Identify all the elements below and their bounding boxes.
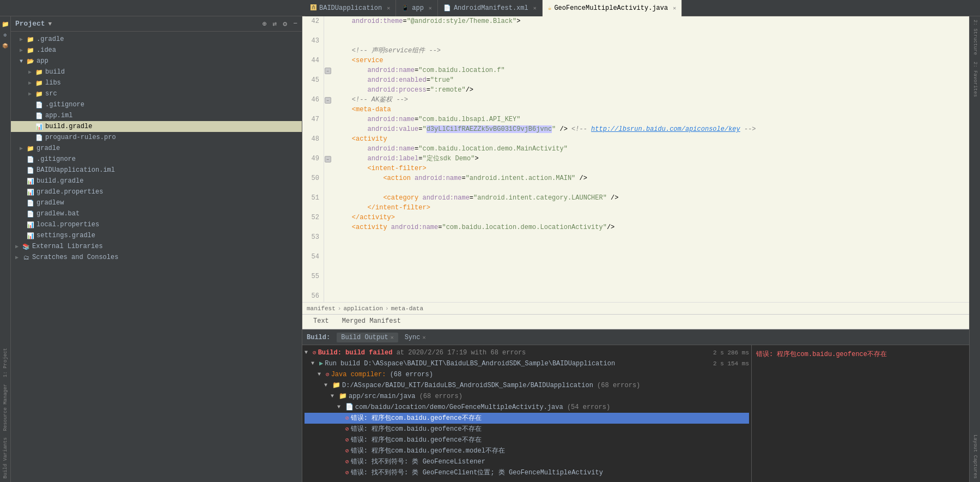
build-error-4[interactable]: ⊘ 错误: 程序包com.baidu.geofence.model不存在 bbox=[305, 445, 749, 456]
far-left-project-icon[interactable]: 📁 bbox=[1, 19, 10, 29]
file-icon-baiduapp-iml: 📄 bbox=[26, 166, 35, 174]
error-icon-4: ⊘ bbox=[345, 446, 349, 456]
tab-merged-manifest[interactable]: Merged Manifest bbox=[336, 315, 407, 328]
breadcrumb-manifest[interactable]: manifest bbox=[307, 305, 336, 312]
code-text[interactable]: android:theme="@android:style/Theme.Blac… bbox=[332, 16, 969, 302]
path-geofence-item[interactable]: ▼ 📄 com/baidu/location/demo/GeoFenceMult… bbox=[305, 402, 749, 413]
far-left-resource-icon[interactable]: 📦 bbox=[1, 41, 10, 51]
tree-item-app-iml[interactable]: 📄 app.iml bbox=[11, 110, 302, 121]
file-icon-build-gradle: 📊 bbox=[35, 122, 44, 131]
tab-close-baiduapp[interactable]: ✕ bbox=[387, 5, 390, 11]
tree-item-gradle-root[interactable]: ▶ 📁 .gradle bbox=[11, 34, 302, 45]
tree-arrow-libs: ▶ bbox=[28, 80, 35, 86]
tree-arrow-gradle: ▶ bbox=[20, 36, 26, 43]
tree-item-idea[interactable]: ▶ 📁 .idea bbox=[11, 45, 302, 56]
tree-item-local-properties[interactable]: 📊 local.properties bbox=[11, 219, 302, 230]
tree-item-gradle-properties[interactable]: 📊 gradle.properties bbox=[11, 186, 302, 197]
path-baidu-item[interactable]: ▼ 📁 D:/ASspace/BAIDU_KIT/BaiduLBS_Androi… bbox=[305, 380, 749, 391]
project-title: Project bbox=[15, 20, 45, 28]
path-app-src-item[interactable]: ▼ 📁 app/src/main/java (68 errors) bbox=[305, 391, 749, 402]
file-icon-geofence: 📄 bbox=[345, 402, 354, 412]
tree-label-baiduapp-iml: BAIDUapplication.iml bbox=[36, 166, 115, 174]
tree-item-build-gradle-app[interactable]: 📊 build.gradle bbox=[11, 121, 302, 132]
tab-label-geofence: GeoFenceMultipleActivity.java bbox=[554, 4, 668, 12]
tab-close-geofence[interactable]: ✕ bbox=[673, 5, 676, 11]
tree-item-build[interactable]: ▶ 📁 build bbox=[11, 67, 302, 77]
build-output-close[interactable]: ✕ bbox=[391, 334, 394, 341]
tab-build-output[interactable]: Build Output ✕ bbox=[337, 333, 398, 342]
build-error-3[interactable]: ⊘ 错误: 程序包com.baidu.geofence不存在 bbox=[305, 435, 749, 445]
tab-close-manifest[interactable]: ✕ bbox=[533, 5, 537, 11]
file-icon-local-properties: 📊 bbox=[26, 220, 35, 229]
vert-label-resource[interactable]: Resource Manager bbox=[2, 381, 9, 434]
vert-label-right-structure[interactable]: 2: Structure bbox=[971, 16, 979, 58]
tree-item-baiduapp-iml[interactable]: 📄 BAIDUapplication.iml bbox=[11, 165, 302, 176]
file-icon-proguard: 📄 bbox=[35, 133, 44, 142]
build-error-1[interactable]: ⊘ 错误: 程序包com.baidu.geofence不存在 bbox=[305, 413, 749, 424]
run-build-item[interactable]: ▼ ▶ Run build D:\ASspace\BAIDU_KIT\Baidu… bbox=[305, 358, 749, 369]
project-dropdown-icon[interactable]: ▼ bbox=[48, 21, 52, 27]
file-icon-app-iml: 📄 bbox=[35, 111, 44, 120]
line-numbers: 42 43 44 45 46 47 48 49 50 51 52 53 54 5… bbox=[302, 16, 324, 302]
tab-sync[interactable]: Sync ✕ bbox=[400, 333, 430, 342]
expand-arrow-path-app: ▼ bbox=[331, 391, 336, 401]
code-content[interactable]: 42 43 44 45 46 47 48 49 50 51 52 53 54 5… bbox=[302, 16, 969, 302]
tree-item-external-libs[interactable]: ▶ 📚 External Libraries bbox=[11, 241, 302, 252]
build-tree[interactable]: ▼ ⊘ Build: build failed at 2020/2/26 17:… bbox=[302, 345, 751, 482]
collapse-btn-45[interactable]: − bbox=[325, 68, 331, 74]
tree-item-libs[interactable]: ▶ 📁 libs bbox=[11, 77, 302, 88]
tab-label-app: app bbox=[412, 4, 424, 12]
tab-androidmanifest[interactable]: 📄 AndroidManifest.xml ✕ bbox=[438, 0, 543, 16]
tab-text[interactable]: Text bbox=[307, 315, 336, 328]
tree-label-local-properties: local.properties bbox=[36, 221, 99, 228]
vert-label-build[interactable]: Build Variants bbox=[2, 434, 9, 482]
vert-label-project[interactable]: 1: Project bbox=[2, 345, 9, 381]
error-icon-1: ⊘ bbox=[345, 413, 349, 423]
project-gear-icon[interactable]: ⊕ bbox=[263, 20, 267, 28]
tree-item-proguard[interactable]: 📄 proguard-rules.pro bbox=[11, 132, 302, 143]
build-error-5[interactable]: ⊘ 错误: 找不到符号: 类 GeoFenceListener bbox=[305, 456, 749, 467]
vert-label-right-layout[interactable]: Layout Captures bbox=[971, 431, 979, 482]
tree-item-src[interactable]: ▶ 📁 src bbox=[11, 88, 302, 99]
build-error-6[interactable]: ⊘ 错误: 找不到符号: 类 GeoFenceClient位置; 类 GeoFe… bbox=[305, 467, 749, 478]
tree-arrow-src: ▶ bbox=[28, 91, 35, 97]
folder-icon-gradle: 📁 bbox=[26, 35, 35, 44]
tree-item-gradle-dir[interactable]: ▶ 📁 gradle bbox=[11, 143, 302, 154]
java-compiler-item[interactable]: ▼ ⊘ Java compiler: (68 errors) bbox=[305, 369, 749, 380]
build-failed-item[interactable]: ▼ ⊘ Build: build failed at 2020/2/26 17:… bbox=[305, 347, 749, 358]
tree-item-app[interactable]: ▼ 📂 app bbox=[11, 56, 302, 67]
editor-area: 42 43 44 45 46 47 48 49 50 51 52 53 54 5… bbox=[302, 16, 969, 329]
tree-item-gitignore-app[interactable]: 📄 .gitignore bbox=[11, 99, 302, 110]
breadcrumb-metadata[interactable]: meta-data bbox=[391, 305, 423, 312]
error-icon-build-failed: ⊘ bbox=[313, 348, 316, 358]
breadcrumb-application[interactable]: application bbox=[343, 305, 383, 312]
tab-icon-geofence: ☕ bbox=[548, 4, 552, 11]
project-layout-icon[interactable]: ⇄ bbox=[273, 20, 277, 28]
tree-item-build-gradle-root[interactable]: 📊 build.gradle bbox=[11, 176, 302, 186]
tab-close-app[interactable]: ✕ bbox=[429, 5, 432, 11]
build-error-2[interactable]: ⊘ 错误: 程序包com.baidu.geofence不存在 bbox=[305, 424, 749, 435]
tree-label-scratches: Scratches and Consoles bbox=[32, 254, 118, 261]
tree-item-scratches[interactable]: ▶ 🗂 Scratches and Consoles bbox=[11, 252, 302, 263]
error-label-6: 错误: 找不到符号: 类 GeoFenceClient位置; 类 GeoFenc… bbox=[351, 468, 603, 478]
folder-icon-scratches: 🗂 bbox=[22, 253, 31, 262]
collapse-btn-50[interactable]: − bbox=[325, 97, 331, 104]
tab-geofence[interactable]: ☕ GeoFenceMultipleActivity.java ✕ bbox=[543, 0, 683, 16]
tree-item-gitignore-root[interactable]: 📄 .gitignore bbox=[11, 154, 302, 165]
vert-label-right-favorites[interactable]: 2: Favorites bbox=[971, 58, 979, 100]
tree-item-gradlew[interactable]: 📄 gradlew bbox=[11, 197, 302, 208]
java-compiler-label: Java compiler: (68 errors) bbox=[331, 370, 433, 379]
tab-baiduapplication[interactable]: 🅰 BAIDUapplication ✕ bbox=[305, 0, 396, 16]
tab-app[interactable]: 📱 app ✕ bbox=[396, 0, 438, 16]
tree-item-settings-gradle[interactable]: 📊 settings.gradle bbox=[11, 230, 302, 241]
project-header: Project ▼ ⊕ ⇄ ⚙ − bbox=[11, 16, 302, 32]
build-error-panel: 错误: 程序包com.baidu.geofence不存在 bbox=[751, 345, 969, 482]
tree-item-gradlew-bat[interactable]: 📄 gradlew.bat bbox=[11, 208, 302, 219]
far-left-git-icon[interactable]: ⚙ bbox=[1, 30, 10, 40]
path-app-src-label: app/src/main/java (68 errors) bbox=[349, 391, 462, 401]
project-settings-icon[interactable]: ⚙ bbox=[283, 20, 287, 28]
project-minimize-icon[interactable]: − bbox=[293, 20, 297, 28]
build-panel: Build: Build Output ✕ Sync ✕ bbox=[302, 329, 969, 482]
sync-close[interactable]: ✕ bbox=[422, 334, 425, 341]
collapse-btn-56[interactable]: − bbox=[325, 156, 331, 162]
